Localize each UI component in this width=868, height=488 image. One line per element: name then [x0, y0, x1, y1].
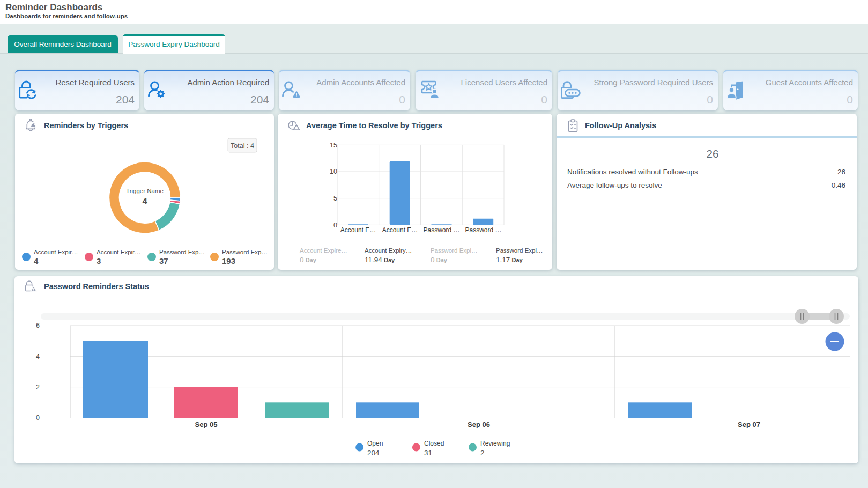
svg-text:0 Day: 0 Day [431, 256, 448, 264]
svg-text:Password Expi…: Password Expi… [496, 247, 543, 254]
svg-text:Sep 07: Sep 07 [738, 420, 760, 428]
svg-text:Password …: Password … [423, 226, 459, 234]
svg-text:Account Expir…: Account Expir… [97, 249, 140, 255]
svg-text:Password …: Password … [465, 226, 501, 234]
svg-text:5: 5 [333, 195, 337, 202]
svg-text:4: 4 [34, 256, 39, 265]
svg-text:4: 4 [142, 196, 147, 206]
svg-text:6: 6 [36, 322, 40, 329]
svg-text:Total : 4: Total : 4 [231, 142, 254, 150]
svg-text:37: 37 [159, 256, 168, 265]
svg-text:0: 0 [36, 414, 40, 422]
svg-text:Reviewing: Reviewing [480, 440, 510, 447]
svg-text:Sep 06: Sep 06 [468, 420, 490, 428]
svg-text:26: 26 [707, 147, 719, 160]
svg-text:Open: Open [367, 440, 383, 447]
svg-text:0: 0 [333, 221, 337, 229]
svg-text:15: 15 [330, 142, 337, 149]
svg-text:4: 4 [36, 353, 40, 360]
svg-text:Trigger Name: Trigger Name [126, 188, 164, 194]
svg-text:204: 204 [367, 449, 380, 457]
svg-text:Account Expir…: Account Expir… [34, 249, 78, 255]
svg-text:11.94 Day: 11.94 Day [365, 256, 395, 264]
svg-text:2: 2 [36, 383, 40, 391]
svg-text:26: 26 [837, 168, 845, 176]
svg-text:Password Exp…: Password Exp… [222, 249, 268, 255]
svg-text:Average follow-ups to resolve: Average follow-ups to resolve [567, 181, 662, 189]
svg-text:3: 3 [97, 256, 101, 265]
svg-text:Password Expi…: Password Expi… [431, 247, 478, 254]
svg-text:0.46: 0.46 [832, 181, 845, 189]
svg-text:Notifications resolved without: Notifications resolved without Follow-up… [567, 168, 698, 176]
svg-text:Account E…: Account E… [382, 226, 418, 234]
svg-text:Password Exp…: Password Exp… [159, 249, 205, 255]
svg-text:0 Day: 0 Day [300, 256, 317, 264]
svg-text:Account Expiry…: Account Expiry… [365, 247, 412, 254]
svg-text:1.17 Day: 1.17 Day [496, 256, 523, 264]
svg-text:2: 2 [480, 449, 485, 457]
svg-text:10: 10 [330, 168, 337, 175]
svg-text:Account E…: Account E… [340, 226, 376, 234]
svg-text:31: 31 [424, 449, 432, 457]
svg-text:193: 193 [222, 256, 235, 265]
svg-text:Sep 05: Sep 05 [195, 420, 218, 428]
svg-text:Closed: Closed [424, 440, 444, 447]
svg-text:Account Expire…: Account Expire… [300, 247, 347, 254]
